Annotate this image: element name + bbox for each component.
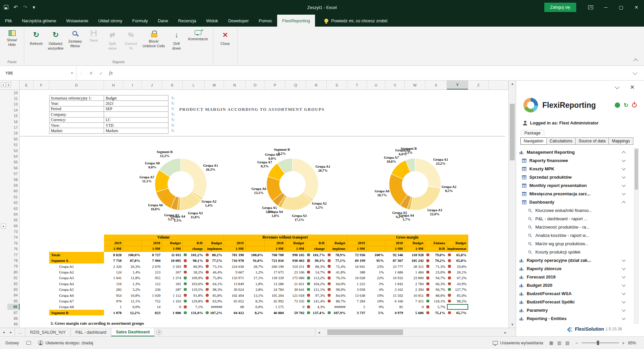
tree-item-koszty-produkcji-sp-ek[interactable]: Koszty produkcji spółek xyxy=(516,248,633,256)
cell-N78[interactable]: 716 978 xyxy=(224,258,246,263)
outline-expand-button[interactable]: + xyxy=(1,224,6,229)
expand-formula-bar-icon[interactable] xyxy=(633,70,637,75)
cell-M77[interactable]: 80,2% xyxy=(205,252,224,258)
cell-P83[interactable]: 24 784 xyxy=(265,287,285,292)
wedge-grupa-a3[interactable] xyxy=(410,186,441,210)
cell-Q85[interactable]: 73 335 xyxy=(285,298,306,304)
column-header-n[interactable]: N xyxy=(224,81,246,89)
refresh-button[interactable]: ↻Refresh xyxy=(27,28,46,59)
row-header-75[interactable]: 75 xyxy=(7,240,19,246)
cell-I85[interactable]: 11,1% xyxy=(123,298,142,304)
hscroll-left-icon[interactable]: ◂ xyxy=(315,330,323,335)
sheet-tab-overflow[interactable]: ... xyxy=(15,328,25,336)
tree-item-raporty-finansowe[interactable]: Raporty finansowe xyxy=(516,156,633,165)
cell-I77[interactable]: 100,0% xyxy=(123,252,142,258)
panel-options-icon[interactable] xyxy=(615,84,619,89)
cell-Q81[interactable]: 175 086 xyxy=(285,275,306,281)
column-header-v[interactable]: V xyxy=(385,81,405,89)
row-header-89[interactable]: 89 xyxy=(7,321,19,327)
close-window-button[interactable]: ✕ xyxy=(629,0,644,15)
cell-Y80[interactable]: 26,1% xyxy=(447,269,468,275)
cell-N87[interactable]: 64 412 xyxy=(224,310,246,315)
cell-S86[interactable]: ###### xyxy=(327,304,347,310)
cell-H81[interactable]: 1 041 xyxy=(104,275,123,281)
drill-down-button[interactable]: ↓Drilldown xyxy=(167,28,186,59)
row-label-grupa-a4[interactable]: Grupa A4 xyxy=(49,281,104,286)
filter-refresh-icon[interactable]: ↻ xyxy=(171,122,174,128)
ribbon-tab-widok[interactable]: Widok xyxy=(201,15,223,27)
cell-K85[interactable]: 1 163 xyxy=(162,298,183,304)
ribbon-tab-narz-dzia-g-wne[interactable]: Narzędzia główne xyxy=(17,15,61,27)
row-header-51[interactable]: 51 xyxy=(7,142,19,148)
page-break-view-icon[interactable]: ▧ xyxy=(565,340,569,345)
cell-S81[interactable]: 76,5% xyxy=(327,275,347,281)
cell-M79[interactable]: 73,1% xyxy=(205,263,224,269)
row-label-grupa-a1[interactable]: Grupa A1 xyxy=(49,263,104,269)
cell-S82[interactable]: 64,0% xyxy=(327,281,347,286)
cell-L81[interactable]: 109,0% xyxy=(183,275,205,281)
zoom-out-icon[interactable]: − xyxy=(576,340,578,346)
cell-L79[interactable]: 86,9% xyxy=(183,263,205,269)
filter-sets-button[interactable]: Zestawyfiltrów xyxy=(66,28,84,59)
macro-record-icon[interactable] xyxy=(26,341,31,345)
cell-S80[interactable]: 41,8% xyxy=(327,269,347,275)
cell-U79[interactable]: 23% xyxy=(367,263,385,269)
cell-K78[interactable]: 10 005 xyxy=(162,258,183,263)
tree-item-budzet-forecast-wsa[interactable]: Budzet/Forecast WSA xyxy=(516,289,633,298)
sync-icon[interactable]: ↻ xyxy=(624,102,628,108)
cell-J78[interactable]: 7 904 xyxy=(142,258,162,263)
row-header-84[interactable]: 84 xyxy=(7,292,19,298)
row-header-14[interactable]: 14 xyxy=(7,107,19,113)
cell-I83[interactable]: 3,2% xyxy=(123,287,142,292)
cell-J79[interactable]: 2 676 xyxy=(142,263,162,269)
chevron-down-icon[interactable] xyxy=(622,166,625,170)
cell-K82[interactable]: 181 xyxy=(162,281,183,286)
column-header-r[interactable]: R xyxy=(306,81,327,89)
name-box[interactable]: Y86 ▾ xyxy=(0,66,76,80)
chevron-down-icon[interactable] xyxy=(622,258,625,262)
package-tab[interactable]: Package xyxy=(521,130,544,136)
cell-X83[interactable]: 96,7% xyxy=(425,287,447,292)
column-header-m[interactable]: M xyxy=(205,81,224,89)
formula-input[interactable] xyxy=(116,66,633,80)
cell-Y77[interactable]: 65,8% xyxy=(447,252,468,258)
cell-I86[interactable]: 0,0% xyxy=(123,304,142,310)
cell-O78[interactable]: 91,8% xyxy=(246,258,265,263)
cell-V79[interactable]: 23 777 xyxy=(385,263,405,269)
ribbon-tab-uk-ad-strony[interactable]: Układ strony xyxy=(93,15,127,27)
cell-K83[interactable]: 287 xyxy=(162,287,183,292)
row-header-62[interactable]: 62 xyxy=(7,200,19,205)
ribbon-tab-pomoc[interactable]: Pomoc xyxy=(254,15,277,27)
add-sheet-button[interactable]: + xyxy=(155,328,163,336)
cell-Y82[interactable]: 43,9% xyxy=(447,281,468,286)
cell-M81[interactable]: 75,8% xyxy=(205,275,224,281)
row-header-61[interactable]: 61 xyxy=(7,194,19,200)
cell-I82[interactable]: 1,3% xyxy=(123,281,142,286)
cell-N79[interactable]: 224 630 xyxy=(224,263,246,269)
column-header-j[interactable]: J xyxy=(142,81,162,89)
cell-K81[interactable]: 1 374 xyxy=(162,275,183,281)
row-header-83[interactable]: 83 xyxy=(7,286,19,292)
cell-Q79[interactable]: 310 251 xyxy=(285,263,306,269)
cell-U80[interactable]: 1% xyxy=(367,269,385,275)
cell-P77[interactable]: 768 700 xyxy=(265,252,285,258)
cell-Y84[interactable]: 85,0% xyxy=(447,292,468,298)
filter-refresh-icon[interactable]: ↻ xyxy=(171,111,174,117)
tree-item-management-reporting[interactable]: Management Reporting xyxy=(516,148,633,156)
cell-P85[interactable]: 45 992 xyxy=(265,298,285,304)
cell-N77[interactable]: 781 390 xyxy=(224,252,246,258)
cell-R77[interactable]: 101,7% xyxy=(306,252,327,258)
cell-R86[interactable]: 4,3% xyxy=(306,304,327,310)
filter-refresh-icon[interactable]: ↻ xyxy=(171,128,174,133)
cell-H87[interactable]: 1 078 xyxy=(104,310,123,315)
cell-P81[interactable]: 118 339 xyxy=(265,275,285,281)
cell-J81[interactable]: 955 xyxy=(142,275,162,281)
tree-item-reporting-entities[interactable]: Reporting - Entities xyxy=(516,314,633,323)
connection-status-icon[interactable] xyxy=(615,102,620,108)
row-header-11[interactable]: 11 xyxy=(7,95,19,101)
chevron-down-icon[interactable] xyxy=(622,299,625,303)
cell-U87[interactable]: 5% xyxy=(367,310,385,315)
cell-X79[interactable]: 71,3% xyxy=(425,263,447,269)
maximize-button[interactable]: ▢ xyxy=(613,0,629,15)
row-header-77[interactable]: 77 xyxy=(7,252,19,258)
